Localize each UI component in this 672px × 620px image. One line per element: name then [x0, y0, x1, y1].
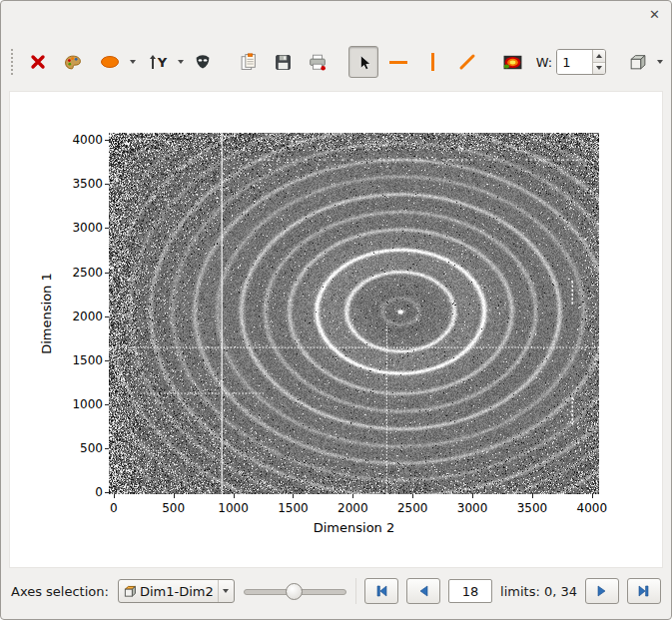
- save-button[interactable]: [268, 46, 299, 78]
- y-tick-mark: [105, 273, 109, 274]
- yaxis-tool-group: Y: [140, 46, 184, 78]
- x-axis-label: Dimension 2: [109, 520, 599, 535]
- horizontal-line-tool-button[interactable]: [382, 46, 413, 78]
- yaxis-direction-button[interactable]: Y: [142, 46, 174, 78]
- y-tick-mark: [105, 492, 109, 493]
- plot-panel: Dimension 1 Dimension 2 0500100015002000…: [9, 91, 663, 568]
- y-tick-mark: [105, 316, 109, 317]
- colormap-dialog-button[interactable]: [58, 46, 89, 78]
- clear-button[interactable]: [23, 46, 54, 78]
- y-tick-mark: [105, 404, 109, 405]
- spin-buttons: [592, 50, 604, 74]
- horizontal-line-icon: [389, 61, 407, 64]
- yaxis-dropdown-arrow-icon[interactable]: [178, 60, 184, 64]
- colormap-icon: [503, 55, 522, 70]
- width-label: W:: [536, 55, 552, 70]
- first-frame-icon: [373, 583, 389, 599]
- y-tick-label: 4000: [10, 133, 103, 147]
- copy-icon: [240, 53, 258, 71]
- y-tick-mark: [105, 448, 109, 449]
- x-tick-label: 2000: [337, 501, 368, 515]
- x-tick-label: 2500: [397, 501, 428, 515]
- vertical-line-icon: [431, 53, 434, 71]
- spin-down-button[interactable]: [593, 63, 604, 75]
- ellipse-dropdown-arrow-icon[interactable]: [130, 60, 136, 64]
- spin-up-button[interactable]: [593, 50, 604, 63]
- ellipse-tool-button[interactable]: [94, 46, 126, 78]
- x-tick-mark: [472, 494, 473, 498]
- y-tick-label: 3500: [10, 177, 103, 191]
- down-arrow-icon: [596, 66, 602, 70]
- profile-cube-group: [619, 46, 663, 78]
- last-frame-button[interactable]: [627, 578, 661, 604]
- y-tick-mark: [105, 360, 109, 361]
- y-tick-mark: [105, 228, 109, 229]
- up-arrow-icon: [596, 54, 602, 58]
- frame-number-input[interactable]: [448, 579, 492, 603]
- diagonal-line-icon: [458, 53, 476, 71]
- toolbar-spacer: [606, 62, 617, 63]
- red-cross-icon: [29, 53, 47, 71]
- y-tick-label: 3000: [10, 221, 103, 235]
- x-tick-mark: [234, 494, 235, 498]
- x-tick-label: 1000: [218, 501, 249, 515]
- previous-frame-icon: [415, 583, 431, 599]
- previous-frame-button[interactable]: [406, 578, 440, 604]
- diagonal-line-tool-button[interactable]: [451, 46, 482, 78]
- x-tick-label: 3500: [517, 501, 548, 515]
- first-frame-button[interactable]: [364, 578, 398, 604]
- palette-icon: [64, 54, 82, 71]
- ellipse-tool-group: [92, 46, 136, 78]
- vertical-line-tool-button[interactable]: [417, 46, 448, 78]
- width-input[interactable]: [557, 50, 592, 74]
- x-tick-mark: [114, 494, 115, 498]
- limits-label: limits: 0, 34: [500, 584, 577, 599]
- ellipse-icon: [100, 55, 120, 69]
- toolbar: Y: [1, 39, 671, 85]
- toolbar-spacer: [484, 62, 495, 63]
- print-button[interactable]: [303, 46, 334, 78]
- close-button[interactable]: ✕: [649, 8, 660, 21]
- x-tick-label: 4000: [577, 501, 608, 515]
- y-tick-label: 0: [10, 485, 103, 499]
- axes-selection-label: Axes selection:: [11, 584, 109, 599]
- pointer-icon: [355, 54, 372, 71]
- x-tick-mark: [532, 494, 533, 498]
- y-axis-icon: Y: [149, 54, 167, 70]
- frame-navigation: limits: 0, 34: [355, 578, 661, 604]
- titlebar: ✕: [1, 1, 671, 31]
- combo-cube-icon: [123, 585, 137, 598]
- print-icon: [309, 54, 327, 71]
- slider-handle[interactable]: [286, 583, 303, 600]
- x-tick-mark: [174, 494, 175, 498]
- x-tick-mark: [293, 494, 294, 498]
- save-icon: [275, 54, 292, 71]
- cube-dropdown-arrow-icon[interactable]: [657, 60, 663, 64]
- diffraction-image[interactable]: [109, 133, 599, 494]
- x-tick-mark: [352, 494, 353, 498]
- combo-dropdown-arrow-icon[interactable]: [218, 580, 234, 602]
- axes-combo[interactable]: Dim1-Dim2: [118, 579, 235, 603]
- toolbar-spacer: [221, 62, 232, 63]
- y-tick-label: 2500: [10, 266, 103, 280]
- next-frame-icon: [594, 583, 610, 599]
- width-spinbox[interactable]: [556, 49, 605, 75]
- x-tick-label: 500: [162, 501, 185, 515]
- y-tick-label: 500: [10, 441, 103, 455]
- axes-combo-value: Dim1-Dim2: [140, 584, 214, 599]
- toolbar-handle[interactable]: [11, 49, 13, 75]
- next-frame-button[interactable]: [585, 578, 619, 604]
- cube-icon: [628, 54, 647, 71]
- pointer-mode-button[interactable]: [348, 46, 379, 78]
- x-tick-mark: [412, 494, 413, 498]
- cube-profile-button[interactable]: [621, 46, 653, 78]
- y-tick-mark: [105, 140, 109, 141]
- copy-button[interactable]: [234, 46, 265, 78]
- y-tick-label: 2000: [10, 310, 103, 323]
- y-tick-label: 1000: [10, 397, 103, 411]
- frame-slider[interactable]: [244, 581, 346, 601]
- x-tick-label: 0: [110, 501, 118, 515]
- image-colormap-button[interactable]: [497, 46, 528, 78]
- toolbar-spacer: [335, 62, 345, 63]
- mask-button[interactable]: [188, 46, 219, 78]
